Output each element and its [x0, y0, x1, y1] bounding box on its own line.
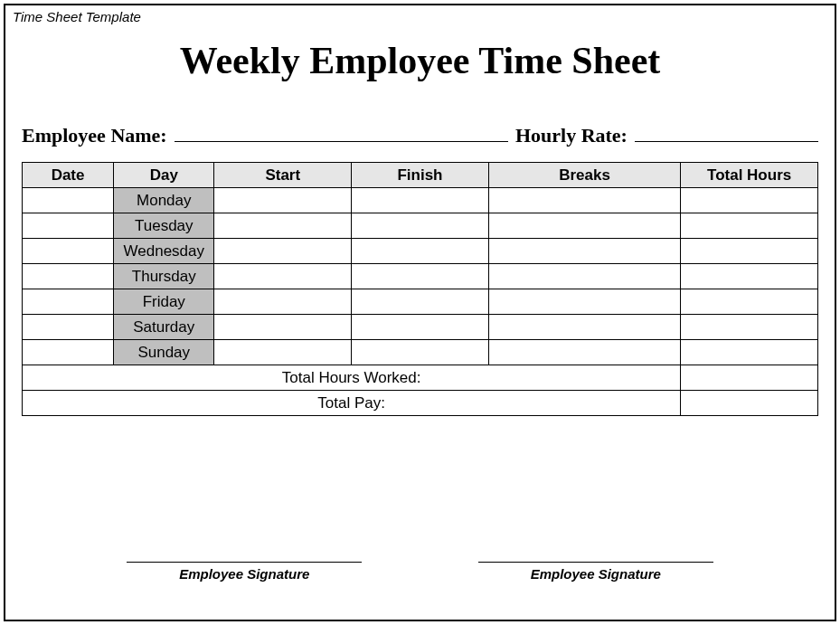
cell-date[interactable]	[23, 188, 114, 213]
cell-start[interactable]	[214, 315, 352, 340]
hourly-rate-input-line[interactable]	[635, 125, 818, 142]
table-row: Saturday	[23, 315, 818, 340]
cell-total-hours[interactable]	[681, 340, 818, 365]
cell-finish[interactable]	[352, 340, 489, 365]
timesheet-body: Monday Tuesday Wednesday	[23, 188, 818, 416]
cell-start[interactable]	[214, 289, 352, 315]
signatures-row: Employee Signature Employee Signature	[5, 562, 835, 582]
cell-breaks[interactable]	[488, 264, 680, 289]
table-row: Tuesday	[23, 213, 818, 239]
signature-right-label: Employee Signature	[478, 566, 713, 582]
signature-left-label: Employee Signature	[127, 566, 362, 582]
signature-right-line[interactable]	[478, 562, 713, 563]
table-header-row: Date Day Start Finish Breaks Total Hours	[23, 163, 818, 188]
cell-finish[interactable]	[352, 188, 489, 213]
cell-total-hours[interactable]	[681, 213, 818, 239]
table-row: Monday	[23, 188, 818, 213]
cell-finish[interactable]	[352, 239, 489, 264]
cell-finish[interactable]	[352, 213, 489, 239]
cell-date[interactable]	[23, 264, 114, 289]
page-title: Weekly Employee Time Sheet	[5, 39, 835, 82]
cell-day: Saturday	[114, 315, 214, 340]
cell-breaks[interactable]	[488, 340, 680, 365]
signature-right: Employee Signature	[478, 562, 713, 582]
table-row: Friday	[23, 289, 818, 315]
cell-finish[interactable]	[352, 264, 489, 289]
total-pay-row: Total Pay:	[23, 391, 818, 416]
header-finish: Finish	[352, 163, 489, 188]
cell-total-hours[interactable]	[681, 315, 818, 340]
cell-start[interactable]	[214, 340, 352, 365]
total-hours-value[interactable]	[681, 365, 818, 391]
table-row: Wednesday	[23, 239, 818, 264]
cell-breaks[interactable]	[488, 188, 680, 213]
cell-finish[interactable]	[352, 289, 489, 315]
timesheet-table-wrap: Date Day Start Finish Breaks Total Hours…	[5, 162, 835, 416]
cell-total-hours[interactable]	[681, 289, 818, 315]
cell-total-hours[interactable]	[681, 188, 818, 213]
employee-name-input-line[interactable]	[175, 125, 508, 142]
cell-date[interactable]	[23, 315, 114, 340]
timesheet-page: Time Sheet Template Weekly Employee Time…	[4, 4, 836, 621]
cell-breaks[interactable]	[488, 239, 680, 264]
cell-start[interactable]	[214, 239, 352, 264]
cell-finish[interactable]	[352, 315, 489, 340]
cell-breaks[interactable]	[488, 213, 680, 239]
total-pay-value[interactable]	[681, 391, 818, 416]
header-total-hours: Total Hours	[681, 163, 818, 188]
total-pay-label: Total Pay:	[23, 391, 681, 416]
info-row: Employee Name: Hourly Rate:	[5, 124, 835, 162]
cell-date[interactable]	[23, 340, 114, 365]
cell-breaks[interactable]	[488, 315, 680, 340]
total-hours-label: Total Hours Worked:	[23, 365, 681, 391]
cell-day: Monday	[114, 188, 214, 213]
table-row: Sunday	[23, 340, 818, 365]
total-hours-row: Total Hours Worked:	[23, 365, 818, 391]
hourly-rate-label: Hourly Rate:	[515, 124, 628, 147]
cell-breaks[interactable]	[488, 289, 680, 315]
cell-date[interactable]	[23, 213, 114, 239]
cell-day: Thursday	[114, 264, 214, 289]
timesheet-table: Date Day Start Finish Breaks Total Hours…	[22, 162, 818, 416]
table-row: Thursday	[23, 264, 818, 289]
header-start: Start	[214, 163, 352, 188]
header-breaks: Breaks	[488, 163, 680, 188]
cell-day: Wednesday	[114, 239, 214, 264]
cell-date[interactable]	[23, 289, 114, 315]
cell-day: Sunday	[114, 340, 214, 365]
header-date: Date	[23, 163, 114, 188]
cell-total-hours[interactable]	[681, 239, 818, 264]
cell-total-hours[interactable]	[681, 264, 818, 289]
signature-left: Employee Signature	[127, 562, 362, 582]
cell-day: Friday	[114, 289, 214, 315]
template-label: Time Sheet Template	[5, 5, 835, 26]
cell-start[interactable]	[214, 213, 352, 239]
cell-date[interactable]	[23, 239, 114, 264]
header-day: Day	[114, 163, 214, 188]
cell-start[interactable]	[214, 188, 352, 213]
cell-day: Tuesday	[114, 213, 214, 239]
cell-start[interactable]	[214, 264, 352, 289]
signature-left-line[interactable]	[127, 562, 362, 563]
employee-name-label: Employee Name:	[22, 124, 167, 147]
